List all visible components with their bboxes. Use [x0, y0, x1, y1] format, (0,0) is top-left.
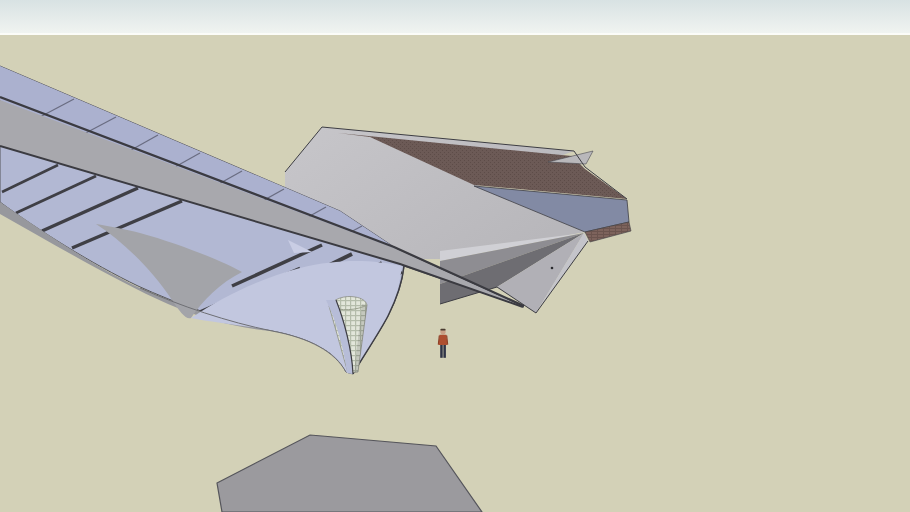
figure-hair	[440, 329, 445, 331]
3d-viewport[interactable]	[0, 0, 910, 512]
building-dot-detail	[551, 267, 554, 270]
figure-leg-right	[443, 345, 446, 358]
figure-leg-left	[440, 345, 443, 358]
horizon-line	[0, 33, 910, 35]
figure-torso	[438, 335, 447, 345]
sky	[0, 0, 910, 34]
